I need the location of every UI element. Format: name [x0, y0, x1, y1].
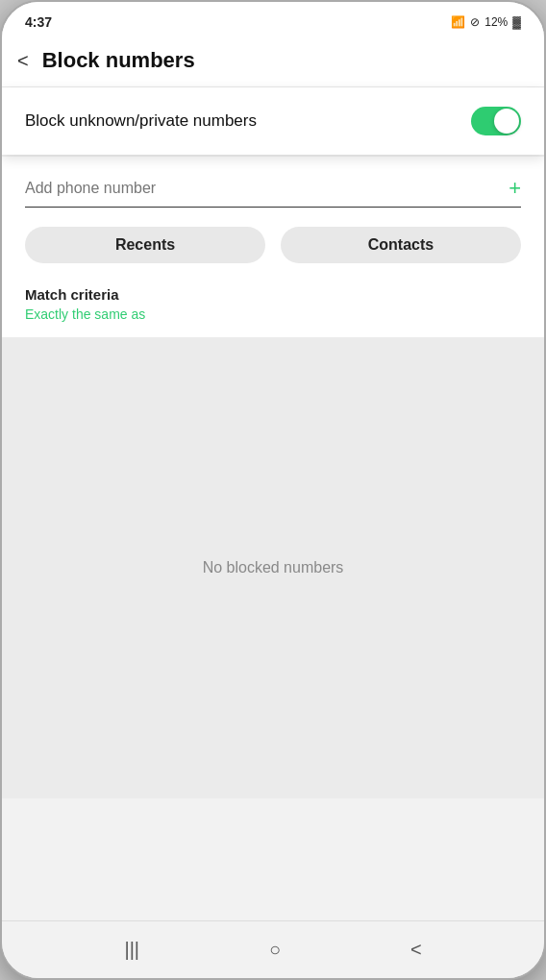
contacts-button[interactable]: Contacts [281, 227, 521, 263]
match-criteria-section: Match criteria Exactly the same as [25, 286, 521, 337]
add-phone-row: + [25, 176, 521, 208]
main-content: + Recents Contacts Match criteria Exactl… [2, 157, 544, 337]
match-criteria-value[interactable]: Exactly the same as [25, 306, 521, 322]
header: < Block numbers [2, 37, 544, 87]
battery-icon: ▓ [512, 15, 521, 29]
nav-bar: ||| ○ < [2, 920, 544, 978]
home-nav-icon[interactable]: ○ [269, 939, 281, 961]
status-icons: 📶 ⊘ 12% ▓ [451, 15, 521, 29]
toggle-knob [494, 109, 519, 134]
phone-frame: 4:37 📶 ⊘ 12% ▓ < Block numbers Block unk… [0, 0, 546, 980]
back-button[interactable]: < [17, 50, 29, 72]
toggle-label: Block unknown/private numbers [25, 111, 257, 131]
add-phone-icon[interactable]: + [509, 176, 521, 201]
battery-percent: 12% [484, 15, 508, 29]
page-title: Block numbers [42, 48, 195, 73]
block-unknown-toggle[interactable] [471, 107, 521, 135]
recents-button[interactable]: Recents [25, 227, 265, 263]
back-nav-icon[interactable]: < [410, 939, 422, 961]
empty-state-area: No blocked numbers [2, 337, 544, 798]
status-time: 4:37 [25, 14, 52, 30]
empty-state-text: No blocked numbers [203, 559, 344, 576]
match-criteria-title: Match criteria [25, 286, 521, 303]
toggle-card: Block unknown/private numbers [2, 87, 544, 155]
recents-nav-icon[interactable]: ||| [124, 939, 139, 961]
phone-input[interactable] [25, 176, 501, 201]
filter-buttons: Recents Contacts [25, 227, 521, 263]
wifi-icon: 📶 [451, 15, 465, 29]
status-bar: 4:37 📶 ⊘ 12% ▓ [2, 2, 544, 37]
do-not-disturb-icon: ⊘ [470, 15, 480, 29]
